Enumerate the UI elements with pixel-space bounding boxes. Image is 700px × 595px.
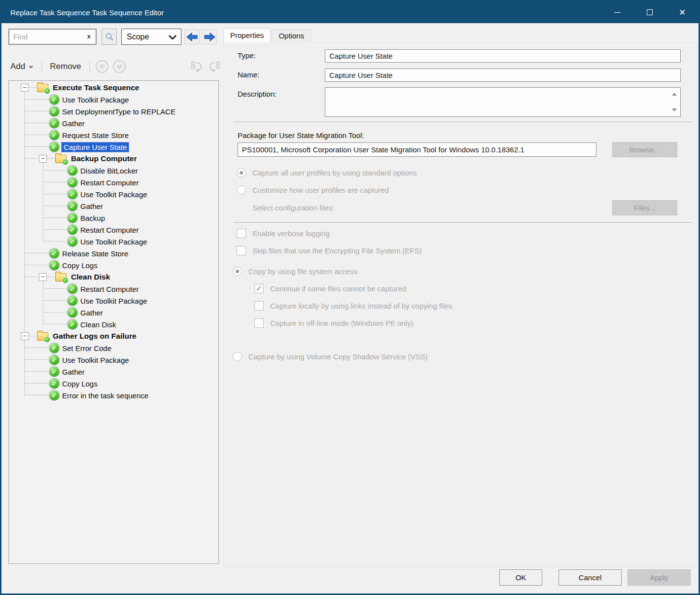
tree-item-restart-computer[interactable]: Restart Computer <box>9 224 218 236</box>
checkbox-skip-efs: Skip files that use the Encrypting File … <box>237 246 421 255</box>
collapse-toggle-icon[interactable] <box>21 332 29 340</box>
tree-group-backup-computer[interactable]: Backup Computer <box>9 153 218 165</box>
folder-check-icon <box>37 84 48 92</box>
find-toolbar: x Scope <box>8 28 220 46</box>
tree-item-use-toolkit-package[interactable]: Use Toolkit Package <box>9 236 218 247</box>
close-button[interactable]: ✕ <box>666 1 699 23</box>
package-label: Package for User State Migration Tool: <box>238 131 364 140</box>
check-status-icon <box>49 355 59 365</box>
tree-item-gather[interactable]: Gather <box>9 366 218 378</box>
find-next-button[interactable] <box>202 29 217 44</box>
minimize-icon <box>614 12 621 13</box>
move-down-button[interactable] <box>113 60 126 73</box>
reorder-sequence-button[interactable] <box>208 61 220 72</box>
tree-item-error-in-task-sequence[interactable]: Error in the task sequence <box>9 389 218 401</box>
search-icon <box>105 33 114 41</box>
tree-item-set-deploymenttype[interactable]: Set DeploymentType to REPLACE <box>9 105 218 117</box>
chevron-double-down-icon <box>116 64 123 70</box>
tree-item-backup[interactable]: Backup <box>9 212 218 224</box>
tree-item-gather[interactable]: Gather <box>9 307 218 318</box>
tree-item-restart-computer[interactable]: Restart Computer <box>9 176 218 188</box>
description-label: Description: <box>238 90 277 98</box>
dialog-footer: OK Cancel Apply <box>1 569 700 589</box>
name-field[interactable]: Capture User State <box>325 69 681 82</box>
maximize-button[interactable] <box>633 1 666 23</box>
maximize-icon <box>647 9 653 15</box>
add-dropdown-caret-icon <box>29 66 34 69</box>
tree-item-copy-logs[interactable]: Copy Logs <box>9 259 218 271</box>
list-undo-icon <box>191 61 204 72</box>
find-input-wrapper: x <box>8 29 97 45</box>
cancel-button[interactable]: Cancel <box>559 569 622 586</box>
checkbox-icon <box>254 301 264 311</box>
radio-selected-icon <box>233 267 242 276</box>
collapse-toggle-icon[interactable] <box>21 84 29 92</box>
remove-button[interactable]: Remove <box>48 62 83 71</box>
tree-item-restart-computer[interactable]: Restart Computer <box>9 283 218 295</box>
toolbar-separator <box>41 61 42 72</box>
tree-group-gather-logs-on-failure[interactable]: Gather Logs on Failure <box>9 330 218 342</box>
find-previous-button[interactable] <box>184 29 200 44</box>
radio-icon <box>237 185 246 195</box>
checkbox-icon <box>237 246 246 255</box>
checkbox-icon <box>254 318 264 328</box>
minimize-button[interactable] <box>601 1 633 23</box>
radio-copy-file-system: Copy by using file system access <box>233 267 357 276</box>
tree-item-clean-disk[interactable]: Clean Disk <box>9 318 218 330</box>
tree-item-copy-logs[interactable]: Copy Logs <box>9 378 218 389</box>
tab-properties[interactable]: Properties <box>223 28 271 42</box>
tree-item-disable-bitlocker[interactable]: Disable BitLocker <box>9 165 218 176</box>
chevron-double-up-icon <box>99 64 105 70</box>
find-search-button[interactable] <box>102 29 117 45</box>
tree-item-use-toolkit-package[interactable]: Use Toolkit Package <box>9 188 218 200</box>
scroll-up-icon[interactable] <box>672 93 677 96</box>
tab-options[interactable]: Options <box>272 30 311 42</box>
scroll-down-icon[interactable] <box>672 108 677 111</box>
tree-group-execute-task-sequence[interactable]: Execute Task Sequence <box>9 82 218 94</box>
tree-item-gather[interactable]: Gather <box>9 117 218 129</box>
scope-dropdown[interactable]: Scope <box>121 29 181 45</box>
toolbar-separator <box>89 61 90 72</box>
find-clear-button[interactable]: x <box>87 33 91 40</box>
description-field[interactable] <box>325 87 681 117</box>
check-status-icon <box>68 166 77 175</box>
radio-capture-customize: Customize how user profiles are captured <box>237 185 389 195</box>
arrow-left-icon <box>186 33 198 41</box>
chevron-down-icon <box>169 35 176 39</box>
tree-item-release-state-store[interactable]: Release State Store <box>9 247 218 259</box>
folder-check-icon <box>37 332 48 341</box>
revert-sequence-button[interactable] <box>191 61 204 72</box>
checkbox-verbose-logging: Enable verbose logging <box>237 229 330 238</box>
find-input[interactable] <box>9 32 78 41</box>
tree-item-set-error-code[interactable]: Set Error Code <box>9 342 218 354</box>
move-up-button[interactable] <box>96 60 108 73</box>
collapse-toggle-icon[interactable] <box>39 155 47 163</box>
tree-item-use-toolkit-package[interactable]: Use Toolkit Package <box>9 354 218 366</box>
edit-toolbar: Add Remove <box>8 57 220 76</box>
check-status-icon <box>49 142 59 152</box>
tree-item-capture-user-state[interactable]: Capture User State <box>9 141 218 153</box>
tree-item-gather[interactable]: Gather <box>9 200 218 212</box>
type-label: Type: <box>238 51 256 60</box>
ok-button[interactable]: OK <box>499 569 542 586</box>
check-status-icon <box>68 308 77 317</box>
check-status-icon <box>68 225 77 235</box>
titlebar: Replace Task Sequence Task Sequence Edit… <box>1 1 699 23</box>
check-status-icon <box>49 367 59 377</box>
check-status-icon <box>68 177 77 187</box>
checkbox-checked-icon <box>254 284 264 293</box>
tree-item-use-toolkit-package[interactable]: Use Toolkit Package <box>9 94 218 105</box>
tree-item-use-toolkit-package[interactable]: Use Toolkit Package <box>9 295 218 307</box>
check-status-icon <box>68 237 77 246</box>
check-status-icon <box>68 189 77 199</box>
add-button[interactable]: Add <box>8 62 35 71</box>
check-status-icon <box>49 260 59 270</box>
window-title: Replace Task Sequence Task Sequence Edit… <box>1 8 601 17</box>
list-redo-icon <box>208 61 220 72</box>
tree-item-request-state-store[interactable]: Request State Store <box>9 129 218 141</box>
properties-pane: Type: Capture User State Name: Capture U… <box>223 41 698 567</box>
scope-dropdown-value: Scope <box>127 33 149 41</box>
collapse-toggle-icon[interactable] <box>39 273 47 281</box>
tree-group-clean-disk[interactable]: Clean Disk <box>9 271 218 283</box>
check-status-icon <box>49 106 59 116</box>
